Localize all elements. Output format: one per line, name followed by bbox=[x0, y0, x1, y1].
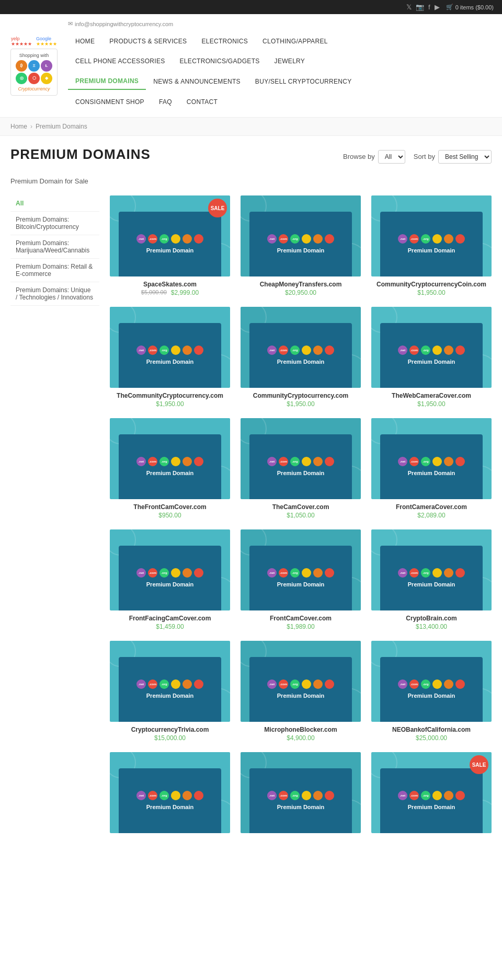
breadcrumb-home[interactable]: Home bbox=[10, 123, 27, 130]
product-image-text: Premium Domain bbox=[277, 581, 324, 588]
sidebar-item-all[interactable]: All bbox=[10, 195, 99, 212]
domain-bubble bbox=[325, 345, 334, 355]
domain-bubble bbox=[313, 457, 323, 466]
product-card[interactable]: .net.com.orgPremium Domain bbox=[110, 752, 230, 833]
domain-bubble: .org bbox=[159, 568, 169, 578]
product-card[interactable]: .net.com.orgPremium DomainMicrophoneBloc… bbox=[241, 641, 361, 742]
product-name: CommunityCryptocurrency.com bbox=[253, 392, 348, 399]
product-name: TheCamCover.com bbox=[272, 503, 329, 511]
domain-bubble bbox=[171, 568, 180, 578]
domain-bubble bbox=[194, 234, 203, 244]
browse-select[interactable]: All bbox=[378, 150, 405, 164]
product-card[interactable]: .net.com.orgPremium DomainFrontFacingCam… bbox=[110, 529, 230, 630]
domain-bubble bbox=[444, 234, 453, 244]
logo-image[interactable]: Shopping with ₿ Ξ Ł ◎ ⬡ ◈ Cryptocurrency bbox=[10, 49, 58, 96]
product-card[interactable]: .net.com.orgPremium DomainCommunityCrypt… bbox=[241, 307, 361, 408]
nav-cell-phone[interactable]: CELL PHONE ACCESSORIES bbox=[68, 53, 173, 69]
sidebar-item-marijuana[interactable]: Premium Domains: Marijuana/Weed/Cannabis bbox=[10, 235, 99, 259]
page-title: PREMIUM DOMAINS bbox=[10, 146, 151, 163]
product-image-inner: .net.com.orgPremium Domain bbox=[249, 212, 352, 276]
nav-electronics[interactable]: ELECTRONICS bbox=[194, 33, 255, 49]
domain-bubble: .org bbox=[290, 791, 300, 800]
nav-products[interactable]: PRODUCTS & SERVICES bbox=[102, 33, 194, 49]
nav-buy-sell[interactable]: BUY/SELL CRYPTOCURRENCY bbox=[248, 74, 359, 89]
instagram-icon[interactable]: 📷 bbox=[416, 3, 424, 11]
browse-filter: Browse by All bbox=[343, 150, 405, 164]
nav-consignment[interactable]: CONSIGNMENT SHOP bbox=[68, 94, 152, 110]
domain-bubble: .com bbox=[148, 679, 157, 689]
domain-bubble bbox=[325, 679, 334, 689]
domain-bubble bbox=[325, 568, 334, 578]
product-card[interactable]: .net.com.orgPremium DomainTheFrontCamCov… bbox=[110, 418, 230, 519]
product-price: $1,950.00 bbox=[156, 400, 184, 408]
product-image-inner: .net.com.orgPremium Domain bbox=[249, 546, 352, 610]
domain-bubble: .com bbox=[148, 791, 157, 800]
product-price-row: $1,950.00 bbox=[417, 399, 445, 408]
nav-faq[interactable]: FAQ bbox=[152, 94, 179, 110]
domain-bubble bbox=[313, 791, 323, 800]
product-price: $2,089.00 bbox=[417, 512, 445, 519]
domain-bubble bbox=[182, 345, 192, 355]
logo-top-text: Shopping with bbox=[19, 53, 49, 58]
nav-clothing[interactable]: CLOTHING/APPAREL bbox=[255, 33, 335, 49]
domain-bubble bbox=[313, 345, 323, 355]
product-image-inner: .net.com.orgPremium Domain bbox=[119, 546, 221, 610]
product-image-inner: .net.com.orgPremium Domain bbox=[249, 657, 352, 722]
product-name: SpaceSkates.com bbox=[143, 281, 197, 288]
domain-bubble bbox=[194, 568, 203, 578]
nav-news[interactable]: NEWS & ANNOUNCEMENTS bbox=[146, 74, 248, 89]
product-image-text: Premium Domain bbox=[146, 469, 193, 477]
nav-contact[interactable]: CONTACT bbox=[179, 94, 225, 110]
product-card[interactable]: .net.com.orgPremium DomainTheCommunityCr… bbox=[110, 307, 230, 408]
product-image-text: Premium Domain bbox=[146, 247, 193, 254]
domain-bubble bbox=[313, 234, 323, 244]
coin-eth: Ξ bbox=[28, 60, 40, 72]
product-card[interactable]: .net.com.orgPremium Domain bbox=[241, 752, 361, 833]
product-price-row: $5,000.00$2,999.00 bbox=[141, 288, 199, 296]
nav-gadgets[interactable]: ELECTRONICS/GADGETS bbox=[173, 53, 267, 69]
product-name: TheWebCameraCover.com bbox=[392, 392, 471, 399]
coin-xmr: ⬡ bbox=[28, 73, 40, 84]
product-card[interactable]: .net.com.orgPremium DomainCheapMoneyTran… bbox=[241, 195, 361, 296]
product-image-text: Premium Domain bbox=[408, 692, 455, 699]
domain-bubble: .com bbox=[279, 234, 288, 244]
product-card[interactable]: .net.com.orgPremium DomainCryptoBrain.co… bbox=[371, 529, 492, 630]
domain-bubble: .net bbox=[267, 457, 277, 466]
product-card[interactable]: SALE.net.com.orgPremium DomainSpaceSkate… bbox=[110, 195, 230, 296]
sidebar-item-retail[interactable]: Premium Domains: Retail & E-commerce bbox=[10, 259, 99, 282]
product-price-row: $2,089.00 bbox=[417, 511, 445, 519]
browse-label: Browse by bbox=[343, 153, 375, 160]
nav-row-4: CONSIGNMENT SHOP FAQ CONTACT bbox=[68, 92, 492, 112]
product-card[interactable]: SALE.net.com.orgPremium Domain bbox=[371, 752, 492, 833]
product-card[interactable]: .net.com.orgPremium DomainNEOBankofCalif… bbox=[371, 641, 492, 742]
sale-badge: SALE bbox=[470, 755, 488, 774]
facebook-icon[interactable]: f bbox=[428, 3, 430, 11]
product-price-row: $4,900.00 bbox=[287, 733, 314, 742]
nav-home[interactable]: HOME bbox=[68, 33, 102, 49]
domain-bubble bbox=[444, 791, 453, 800]
cart-area[interactable]: 🛒 0 items ($0.00) bbox=[446, 4, 494, 10]
product-card[interactable]: .net.com.orgPremium DomainFrontCameraCov… bbox=[371, 418, 492, 519]
twitter-icon[interactable]: 𝕏 bbox=[406, 3, 412, 11]
domain-bubble: .com bbox=[409, 679, 419, 689]
nav-premium-domains[interactable]: PREMIUM DOMAINS bbox=[68, 73, 146, 90]
product-card[interactable]: .net.com.orgPremium DomainTheCamCover.co… bbox=[241, 418, 361, 519]
product-card[interactable]: .net.com.orgPremium DomainCryptocurrency… bbox=[110, 641, 230, 742]
domain-bubble bbox=[325, 457, 334, 466]
product-name: FrontCameraCover.com bbox=[396, 503, 467, 511]
product-image-text: Premium Domain bbox=[146, 803, 193, 811]
sidebar-item-bitcoin[interactable]: Premium Domains: Bitcoin/Cryptocurrency bbox=[10, 212, 99, 235]
nav-jewelry[interactable]: JEWELRY bbox=[267, 53, 313, 69]
domain-bubble: .net bbox=[136, 345, 146, 355]
youtube-icon[interactable]: ▶ bbox=[435, 3, 440, 11]
domain-bubble bbox=[194, 345, 203, 355]
domain-bubble: .org bbox=[159, 345, 169, 355]
domain-bubble bbox=[444, 345, 453, 355]
product-image-inner: .net.com.orgPremium Domain bbox=[119, 768, 221, 833]
sidebar-item-unique[interactable]: Premium Domains: Unique / Technologies /… bbox=[10, 282, 99, 306]
product-card[interactable]: .net.com.orgPremium DomainCommunityCrypt… bbox=[371, 195, 492, 296]
product-card[interactable]: .net.com.orgPremium DomainTheWebCameraCo… bbox=[371, 307, 492, 408]
product-card[interactable]: .net.com.orgPremium DomainFrontCamCover.… bbox=[241, 529, 361, 630]
sort-select[interactable]: Best Selling bbox=[438, 150, 492, 164]
domain-bubble bbox=[455, 791, 465, 800]
